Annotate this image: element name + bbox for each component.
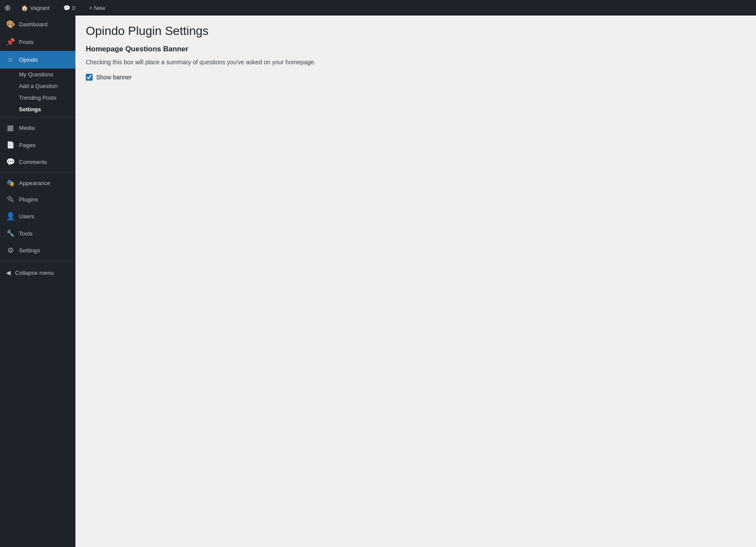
sidebar-item-opindo[interactable]: ○ Opindo bbox=[0, 51, 75, 69]
new-label: + New bbox=[89, 5, 105, 11]
plugins-icon: 🔌 bbox=[6, 195, 15, 203]
sidebar-item-label: Comments bbox=[19, 159, 47, 165]
show-banner-label[interactable]: Show banner bbox=[96, 74, 132, 81]
site-name: Vagrant bbox=[30, 5, 50, 11]
sidebar-subitem-settings[interactable]: Settings bbox=[0, 104, 75, 115]
comments-icon: 💬 bbox=[6, 157, 15, 167]
sidebar-item-label: Media bbox=[19, 125, 35, 131]
users-icon: 👤 bbox=[6, 212, 15, 221]
menu-separator-2 bbox=[0, 173, 75, 173]
page-title: Opindo Plugin Settings bbox=[86, 24, 747, 38]
sidebar-item-comments[interactable]: 💬 Comments bbox=[0, 153, 75, 171]
sidebar-subitem-trending-posts[interactable]: Trending Posts bbox=[0, 92, 75, 104]
adminbar-new[interactable]: + New bbox=[86, 3, 109, 13]
adminbar-site[interactable]: 🏠 Vagrant bbox=[18, 3, 53, 13]
sidebar-item-label: Pages bbox=[19, 142, 35, 148]
collapse-label: Collapse menu bbox=[15, 270, 54, 276]
sidebar-item-users[interactable]: 👤 Users bbox=[0, 207, 75, 225]
sidebar-item-label: Posts bbox=[19, 39, 34, 45]
settings-section: Homepage Questions Banner Checking this … bbox=[86, 45, 747, 81]
sidebar-item-pages[interactable]: 📄 Pages bbox=[0, 137, 75, 153]
sidebar-item-label: Settings bbox=[19, 247, 40, 254]
sidebar-item-tools[interactable]: 🔧 Tools bbox=[0, 225, 75, 242]
opindo-icon: ○ bbox=[6, 55, 15, 64]
collapse-menu[interactable]: ◀ Collapse menu bbox=[0, 265, 75, 280]
sidebar-item-plugins[interactable]: 🔌 Plugins bbox=[0, 191, 75, 207]
sidebar-item-media[interactable]: ▦ Media bbox=[0, 119, 75, 137]
menu-separator-1 bbox=[0, 117, 75, 117]
pages-icon: 📄 bbox=[6, 141, 15, 149]
tools-icon: 🔧 bbox=[6, 229, 15, 237]
wp-logo[interactable]: ⊕ bbox=[4, 3, 11, 13]
sidebar-item-posts[interactable]: 📌 Posts bbox=[0, 33, 75, 51]
sidebar-item-label: Opindo bbox=[19, 57, 38, 63]
comments-icon: 💬 bbox=[63, 5, 70, 11]
appearance-icon: 🎭 bbox=[6, 179, 15, 187]
show-banner-row: Show banner bbox=[86, 74, 747, 81]
sidebar-item-label: Appearance bbox=[19, 180, 50, 186]
sidebar-subitem-my-questions[interactable]: My Questions bbox=[0, 69, 75, 80]
adminbar-comments[interactable]: 💬 0 bbox=[60, 3, 79, 13]
settings-icon: ⚙ bbox=[6, 246, 15, 255]
sidebar-item-label: Users bbox=[19, 213, 34, 220]
sidebar-item-label: Tools bbox=[19, 230, 33, 237]
show-banner-checkbox[interactable] bbox=[86, 74, 93, 81]
collapse-icon: ◀ bbox=[6, 269, 11, 276]
sidebar-item-appearance[interactable]: 🎭 Appearance bbox=[0, 175, 75, 191]
posts-icon: 📌 bbox=[6, 38, 15, 47]
comments-count: 0 bbox=[72, 5, 75, 11]
media-icon: ▦ bbox=[6, 123, 15, 132]
section-description: Checking this box will place a summary o… bbox=[86, 58, 747, 67]
admin-bar: ⊕ 🏠 Vagrant 💬 0 + New bbox=[0, 0, 756, 16]
sidebar-item-label: Plugins bbox=[19, 196, 38, 203]
sidebar-item-label: Dashboard bbox=[19, 21, 47, 28]
section-title: Homepage Questions Banner bbox=[86, 45, 747, 53]
sidebar-item-settings[interactable]: ⚙ Settings bbox=[0, 242, 75, 259]
menu-separator-3 bbox=[0, 261, 75, 261]
sidebar-subitem-add-question[interactable]: Add a Question bbox=[0, 80, 75, 92]
sidebar: 🎨 Dashboard 📌 Posts ○ Opindo My Question… bbox=[0, 16, 75, 547]
dashboard-icon: 🎨 bbox=[6, 20, 15, 29]
main-content: Opindo Plugin Settings Homepage Question… bbox=[75, 16, 756, 547]
sidebar-item-dashboard[interactable]: 🎨 Dashboard bbox=[0, 16, 75, 33]
home-icon: 🏠 bbox=[21, 5, 28, 11]
